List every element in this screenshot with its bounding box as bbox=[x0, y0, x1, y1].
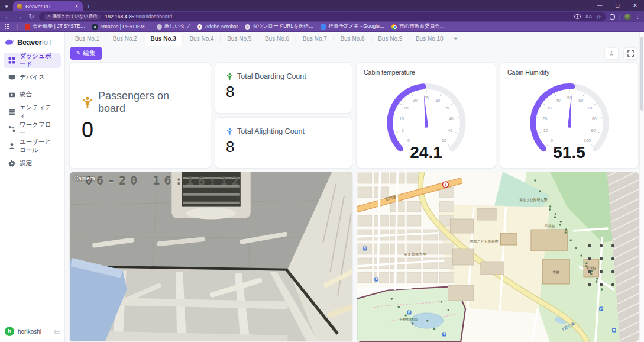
svg-text:80: 80 bbox=[591, 117, 596, 121]
extensions-icon[interactable] bbox=[610, 14, 615, 20]
tab-search-chevron-icon[interactable]: ▾ bbox=[0, 2, 13, 11]
svg-text:P: P bbox=[600, 307, 603, 311]
bookmark-item[interactable]: ↓ダウンロードURLを送信… bbox=[245, 23, 313, 30]
bookmark-label: 行事予定メモ - Google… bbox=[328, 23, 384, 30]
svg-text:P: P bbox=[376, 278, 378, 281]
bookmark-label: 市の市教育委員会… bbox=[399, 23, 445, 30]
profile-avatar[interactable] bbox=[624, 14, 631, 20]
new-tab-button[interactable]: + bbox=[83, 3, 95, 11]
device-monitor-icon bbox=[8, 74, 15, 82]
bookmark-item[interactable]: ●Adobe Acrobat bbox=[197, 24, 238, 30]
svg-text:20: 20 bbox=[542, 117, 547, 121]
svg-text:40: 40 bbox=[555, 98, 560, 102]
dashboard-tab-bus-no-9[interactable]: Bus No.9 bbox=[372, 33, 408, 46]
dashboard-tab-bus-no-1[interactable]: Bus No.1 bbox=[69, 33, 105, 46]
person-icon bbox=[226, 128, 234, 135]
menu-kebab-icon[interactable]: ⋮ bbox=[635, 14, 640, 20]
tab-close-icon[interactable]: ✕ bbox=[75, 4, 79, 9]
bookmark-item[interactable]: 会社概要 | JT SYSTE… bbox=[25, 23, 85, 30]
map-label: 東京藝術大学 bbox=[404, 252, 427, 257]
minimize-button[interactable]: — bbox=[591, 0, 609, 11]
widget-value: 0 bbox=[82, 120, 199, 141]
svg-text:100: 100 bbox=[584, 138, 591, 143]
camera-timestamp: 06-20 16:16:12 bbox=[85, 173, 243, 188]
edit-button[interactable]: ✎ 編集 bbox=[70, 47, 102, 60]
dashboard-tab-bus-no-7[interactable]: Bus No.7 bbox=[297, 33, 333, 46]
map-label: 東京文化財研究所 bbox=[519, 198, 547, 202]
count-widgets-stack: Total Boarding Count 8 Total Alighting C… bbox=[215, 62, 352, 169]
map-label: 平成館 bbox=[545, 224, 555, 228]
sidebar-item-settings[interactable]: 設定 bbox=[4, 156, 61, 171]
dashboard-tab-bus-no-6[interactable]: Bus No.6 bbox=[259, 33, 295, 46]
toolbar-right: | ⋮ bbox=[610, 14, 640, 20]
sidebar-item-workflow[interactable]: ワークフロー bbox=[4, 121, 61, 137]
password-eye-icon[interactable] bbox=[574, 14, 581, 19]
maximize-button[interactable]: ◻ bbox=[609, 0, 626, 11]
page-scrollbar[interactable] bbox=[639, 32, 644, 342]
translate-icon[interactable]: 文A bbox=[585, 14, 592, 20]
svg-text:30: 30 bbox=[546, 106, 551, 110]
svg-text:10: 10 bbox=[543, 128, 548, 133]
bookmark-item[interactable]: aAmazon | PERLISM… bbox=[92, 24, 150, 30]
dashboard-icon-buttons: ☆ bbox=[604, 47, 637, 60]
amazon-dark-icon: a bbox=[92, 24, 98, 30]
user-person-icon bbox=[8, 143, 15, 150]
back-icon[interactable]: ← bbox=[4, 13, 12, 20]
download-round-icon: ↓ bbox=[245, 24, 250, 30]
sidebar-item-label: ワークフロー bbox=[20, 121, 56, 137]
svg-text:15: 15 bbox=[403, 106, 408, 110]
integration-box-icon bbox=[8, 91, 15, 99]
sidebar-item-label: 統合 bbox=[20, 91, 32, 99]
sidebar-item-label: エンティティ bbox=[20, 104, 56, 120]
svg-text:P: P bbox=[443, 333, 445, 336]
sidebar-item-user[interactable]: ユーザーとロール bbox=[4, 138, 61, 154]
dashboard-tab-bus-no-4[interactable]: Bus No.4 bbox=[183, 33, 219, 46]
dashboard-tab-bus-no-8[interactable]: Bus No.8 bbox=[334, 33, 370, 46]
bookmark-item[interactable]: 市の市教育委員会… bbox=[391, 23, 445, 30]
sidebar-item-label: デバイス bbox=[20, 73, 45, 82]
forward-icon[interactable]: → bbox=[15, 13, 24, 20]
user-section[interactable]: h horikoshi ▤ bbox=[4, 324, 61, 338]
fullscreen-icon bbox=[627, 50, 634, 57]
scrollbar-thumb[interactable] bbox=[640, 37, 643, 111]
collapse-sidebar-icon[interactable]: ▤ bbox=[54, 328, 60, 335]
widget-value: 8 bbox=[226, 84, 341, 99]
map-widget[interactable]: + PPPPPP 言問通り東京藝術大学国際こども図書館平成館本館東洋館東京文化財… bbox=[357, 172, 639, 342]
dashboard-tab-bar: Bus No.1|Bus No.2|Bus No.3|Bus No.4|Bus … bbox=[69, 32, 639, 46]
security-chip[interactable]: △ 保護されていない通信 bbox=[44, 14, 101, 20]
url-text: 192.168.4.85:9000/dashboard bbox=[105, 14, 171, 20]
sidebar-item-label: 設定 bbox=[20, 159, 32, 167]
tab-title: Beaver IoT bbox=[25, 4, 72, 9]
dashboard-tab-bus-no-10[interactable]: Bus No.10 bbox=[410, 33, 449, 46]
gauge-title: Cabin temperature bbox=[364, 69, 488, 76]
sidebar-item-device[interactable]: デバイス bbox=[4, 70, 61, 85]
browser-tab-active[interactable]: Beaver IoT ✕ bbox=[13, 1, 83, 11]
fullscreen-button[interactable] bbox=[623, 47, 637, 60]
add-dashboard-tab-button[interactable]: + bbox=[449, 33, 462, 46]
sidebar-item-dashboard[interactable]: ダッシュボード bbox=[4, 53, 61, 68]
bookmark-label: 会社概要 | JT SYSTE… bbox=[33, 23, 85, 30]
bookmark-star-icon[interactable]: ☆ bbox=[596, 14, 601, 20]
cabin-temperature-widget: Cabin temperature 05101520253035404550 2… bbox=[356, 62, 496, 169]
browser-toolbar: ← → ↻ △ 保護されていない通信 192.168.4.85:9000/das… bbox=[0, 11, 644, 22]
reload-icon[interactable]: ↻ bbox=[27, 13, 35, 21]
apps-grid-icon[interactable] bbox=[5, 24, 9, 29]
widget-title: Total Boarding Count bbox=[237, 72, 306, 80]
username: horikoshi bbox=[18, 328, 51, 335]
svg-text:70: 70 bbox=[587, 106, 592, 110]
dashboard-tab-bus-no-3[interactable]: Bus No.3 bbox=[145, 33, 182, 46]
sidebar-item-entity[interactable]: エンティティ bbox=[4, 104, 61, 120]
map-label: 上野動物園 bbox=[399, 317, 418, 322]
dashboard-tab-bus-no-5[interactable]: Bus No.5 bbox=[221, 33, 257, 46]
dashboard-tab-bus-no-2[interactable]: Bus No.2 bbox=[107, 33, 143, 46]
sidebar: BeaverIoT ダッシュボードデバイス統合エンティティワークフローユーザーと… bbox=[0, 32, 65, 342]
sidebar-item-integration[interactable]: 統合 bbox=[4, 87, 61, 102]
user-avatar: h bbox=[5, 327, 14, 336]
sidebar-item-label: ダッシュボード bbox=[20, 52, 56, 69]
address-bar[interactable]: △ 保護されていない通信 192.168.4.85:9000/dashboard… bbox=[39, 12, 606, 21]
beaver-favicon-icon bbox=[17, 4, 22, 9]
bookmark-item[interactable]: 新しいタブ bbox=[157, 23, 190, 30]
favorite-star-button[interactable]: ☆ bbox=[604, 47, 619, 60]
close-button[interactable]: ✕ bbox=[626, 0, 644, 11]
bookmark-item[interactable]: 行事予定メモ - Google… bbox=[321, 23, 384, 30]
